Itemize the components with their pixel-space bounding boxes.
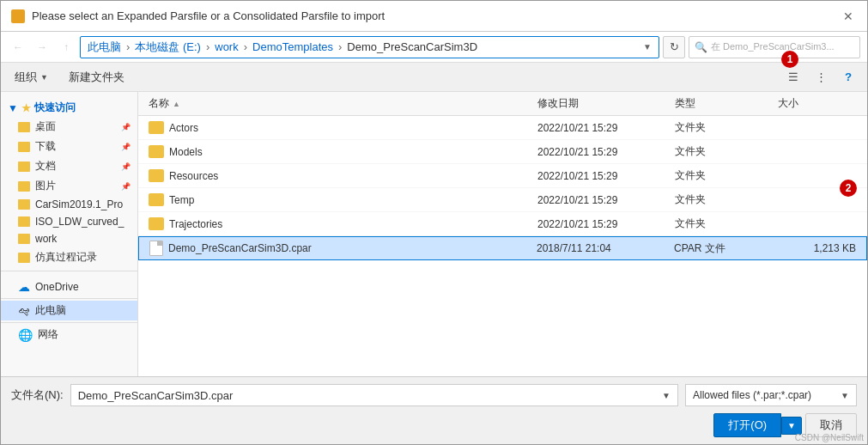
pin-icon: 📌 bbox=[121, 182, 131, 191]
forward-button[interactable]: → bbox=[32, 37, 52, 58]
filetype-value: Allowed files (*.par;*.cpar) bbox=[693, 389, 811, 401]
badge-1: 1 bbox=[781, 51, 798, 68]
address-crumb-demotemplates[interactable]: DemoTemplates bbox=[252, 40, 333, 53]
pin-icon: 📌 bbox=[121, 123, 131, 131]
header-name[interactable]: 名称 ▲ bbox=[145, 92, 534, 115]
sidebar-item-simlog[interactable]: 仿真过程记录 bbox=[1, 247, 137, 267]
sidebar: ▼ ★ 快速访问 桌面 📌 下载 📌 文档 📌 bbox=[1, 92, 138, 376]
address-crumb-work[interactable]: work bbox=[215, 40, 238, 53]
open-dropdown-button[interactable]: ▼ bbox=[781, 417, 802, 435]
sidebar-divider2 bbox=[1, 298, 137, 299]
sidebar-item-documents[interactable]: 文档 📌 bbox=[1, 156, 137, 176]
dialog-icon bbox=[11, 9, 25, 23]
filetype-dropdown-arrow[interactable]: ▼ bbox=[841, 391, 849, 400]
organize-dropdown-icon: ▼ bbox=[40, 73, 48, 82]
file-name-cell: Trajectories bbox=[145, 217, 534, 230]
folder-icon bbox=[149, 121, 164, 134]
back-button[interactable]: ← bbox=[8, 37, 28, 58]
up-button[interactable]: ↑ bbox=[56, 37, 76, 58]
organize-button[interactable]: 组织 ▼ bbox=[8, 67, 55, 88]
open-button[interactable]: 打开(O) bbox=[713, 413, 781, 437]
badge-2: 2 bbox=[840, 180, 857, 197]
file-name-cell: Temp bbox=[145, 193, 534, 206]
folder-icon bbox=[18, 122, 30, 132]
pin-icon: 📌 bbox=[121, 162, 131, 171]
file-type-cell: 文件夹 bbox=[671, 216, 774, 231]
view-list-button[interactable]: ☰ bbox=[781, 66, 805, 88]
address-bar-row: ← → ↑ 此电脑 › 本地磁盘 (E:) › work › DemoTempl… bbox=[1, 32, 867, 63]
file-name-cell: Resources bbox=[145, 169, 534, 182]
watermark: CSDN @NeilSwift bbox=[795, 433, 864, 442]
view-icons-button[interactable]: ⋮ bbox=[809, 66, 833, 88]
new-folder-label: 新建文件夹 bbox=[69, 70, 124, 85]
file-row-selected[interactable]: Demo_PreScanCarSim3D.cpar 2018/7/11 21:0… bbox=[138, 236, 867, 260]
search-icon: 🔍 bbox=[695, 41, 707, 53]
sidebar-item-network[interactable]: 🌐 网络 bbox=[1, 325, 137, 344]
star-icon: ★ bbox=[21, 102, 31, 114]
file-type-cell: CPAR 文件 bbox=[671, 241, 774, 256]
folder-icon bbox=[149, 193, 164, 206]
file-row[interactable]: Models 2022/10/21 15:29 文件夹 bbox=[138, 140, 867, 164]
folder-icon bbox=[149, 145, 164, 158]
new-folder-button[interactable]: 新建文件夹 bbox=[62, 67, 131, 88]
file-date-cell: 2022/10/21 15:29 bbox=[534, 194, 671, 206]
address-box[interactable]: 此电脑 › 本地磁盘 (E:) › work › DemoTemplates ›… bbox=[80, 36, 659, 58]
file-type-cell: 文件夹 bbox=[671, 168, 774, 183]
sidebar-item-desktop[interactable]: 桌面 📌 bbox=[1, 117, 137, 137]
file-type-cell: 文件夹 bbox=[671, 192, 774, 207]
filename-dropdown-arrow[interactable]: ▼ bbox=[662, 391, 671, 400]
file-row[interactable]: Trajectories 2022/10/21 15:29 文件夹 bbox=[138, 212, 867, 236]
header-modified[interactable]: 修改日期 bbox=[534, 92, 671, 115]
action-row: 打开(O) ▼ 取消 bbox=[11, 413, 857, 437]
refresh-button[interactable]: ↻ bbox=[663, 36, 685, 58]
bottom-bar: 文件名(N): Demo_PreScanCarSim3D.cpar ▼ Allo… bbox=[1, 376, 867, 444]
sidebar-item-pictures[interactable]: 图片 📌 bbox=[1, 176, 137, 196]
file-date-cell: 2018/7/11 21:04 bbox=[533, 242, 671, 254]
title-bar: Please select an Expanded Parsfile or a … bbox=[1, 1, 867, 32]
filename-value: Demo_PreScanCarSim3D.cpar bbox=[78, 389, 234, 402]
sidebar-item-downloads[interactable]: 下载 📌 bbox=[1, 137, 137, 156]
dialog-title: Please select an Expanded Parsfile or a … bbox=[32, 9, 385, 22]
search-box[interactable]: 🔍 在 Demo_PreScanCarSim3... bbox=[689, 36, 860, 58]
file-row[interactable]: Actors 2022/10/21 15:29 文件夹 bbox=[138, 116, 867, 140]
file-date-cell: 2022/10/21 15:29 bbox=[534, 146, 671, 158]
folder-icon bbox=[18, 253, 30, 263]
folder-icon bbox=[18, 181, 30, 192]
sidebar-item-onedrive[interactable]: ☁ OneDrive bbox=[1, 277, 137, 296]
sidebar-item-thispc[interactable]: 🛩 此电脑 bbox=[1, 301, 137, 320]
cloud-icon: ☁ bbox=[18, 280, 30, 294]
header-type[interactable]: 类型 bbox=[671, 92, 774, 115]
file-type-cell: 文件夹 bbox=[671, 120, 774, 135]
sidebar-divider3 bbox=[1, 322, 137, 323]
file-date-cell: 2022/10/21 15:29 bbox=[534, 122, 671, 134]
file-row[interactable]: Temp 2022/10/21 15:29 文件夹 bbox=[138, 188, 867, 212]
sidebar-item-iso[interactable]: ISO_LDW_curved_ bbox=[1, 213, 137, 230]
folder-icon bbox=[149, 217, 164, 230]
organize-label: 组织 bbox=[15, 70, 37, 85]
address-crumb-pc[interactable]: 此电脑 bbox=[88, 40, 121, 55]
filetype-select[interactable]: Allowed files (*.par;*.cpar) ▼ bbox=[685, 384, 857, 406]
quick-access-title[interactable]: ▼ ★ 快速访问 bbox=[1, 95, 137, 117]
title-bar-left: Please select an Expanded Parsfile or a … bbox=[11, 9, 385, 23]
address-crumb-drive[interactable]: 本地磁盘 (E:) bbox=[135, 40, 201, 55]
file-size-cell: 1,213 KB bbox=[774, 242, 859, 254]
address-dropdown-arrow[interactable]: ▼ bbox=[643, 42, 652, 52]
file-row[interactable]: Resources 2022/10/21 15:29 文件夹 bbox=[138, 164, 867, 188]
folder-icon bbox=[18, 199, 30, 210]
sidebar-item-carsim[interactable]: CarSim2019.1_Pro bbox=[1, 196, 137, 213]
view-help-button[interactable]: ? bbox=[836, 66, 860, 88]
folder-icon bbox=[18, 216, 30, 227]
open-button-group: 打开(O) ▼ bbox=[713, 413, 802, 437]
pc-icon: 🛩 bbox=[18, 304, 30, 318]
quick-access-chevron: ▼ bbox=[8, 102, 18, 114]
sidebar-item-work[interactable]: work bbox=[1, 230, 137, 247]
close-button[interactable]: ✕ bbox=[840, 8, 857, 25]
main-area: 2 ▼ ★ 快速访问 桌面 📌 下载 📌 bbox=[1, 92, 867, 376]
sidebar-divider bbox=[1, 271, 137, 274]
dialog-window: Please select an Expanded Parsfile or a … bbox=[0, 0, 868, 445]
network-icon: 🌐 bbox=[18, 328, 33, 342]
sidebar-quick-access: ▼ ★ 快速访问 桌面 📌 下载 📌 文档 📌 bbox=[1, 95, 137, 267]
header-size[interactable]: 大小 bbox=[774, 92, 860, 115]
filename-label: 文件名(N): bbox=[11, 387, 64, 403]
filename-input[interactable]: Demo_PreScanCarSim3D.cpar ▼ bbox=[70, 384, 678, 406]
